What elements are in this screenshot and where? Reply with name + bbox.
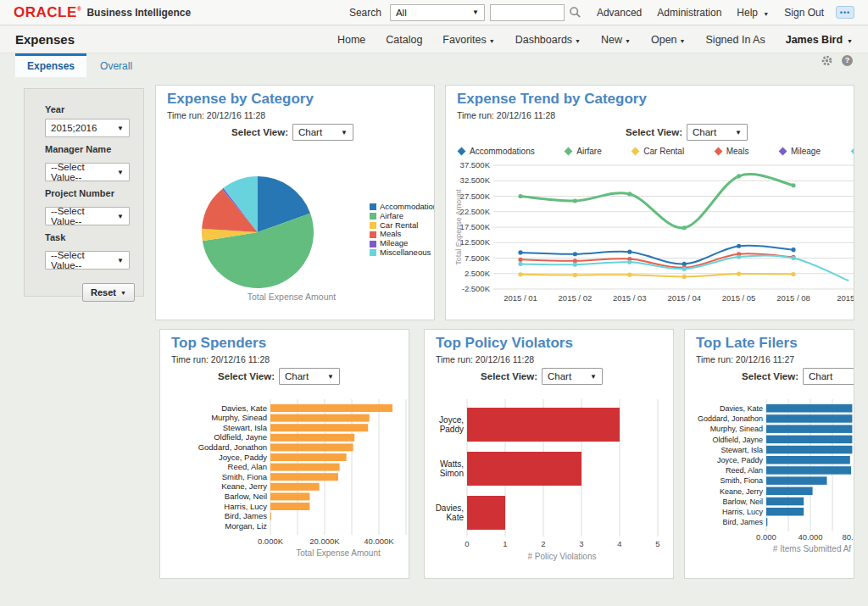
bar-stewart-isla[interactable] [270, 424, 368, 431]
bar-davies-kate[interactable] [467, 496, 505, 530]
x-tick-label: 40.000 [798, 532, 822, 542]
administration-link[interactable]: Administration [657, 7, 721, 19]
data-point-airfare[interactable] [791, 183, 795, 187]
bar-stewart-isla[interactable] [766, 446, 852, 454]
expense-trend-line-chart[interactable]: 37.500K32.500K27.500K22.500K17.500K12.50… [453, 160, 854, 311]
filter-select-task[interactable]: --Select Value--▼ [45, 251, 130, 270]
data-point-car-rental[interactable] [737, 272, 741, 276]
data-point-car-rental[interactable] [791, 272, 795, 276]
data-point-miscellaneous[interactable] [791, 256, 795, 260]
nav-item-catalog[interactable]: Catalog [386, 34, 422, 46]
data-point-car-rental[interactable] [682, 275, 687, 279]
bar-davies-kate[interactable] [270, 404, 392, 412]
bar-murphy-sinead[interactable] [270, 414, 370, 422]
nav-item-new[interactable]: New▼ [601, 34, 631, 46]
tab-overall[interactable]: Overall [88, 53, 144, 77]
search-icon[interactable] [569, 6, 581, 19]
select-view-dropdown[interactable]: Chart ▼ [687, 124, 748, 141]
data-point-miscellaneous[interactable] [627, 260, 632, 264]
x-tick-label: 0.000K [258, 537, 284, 546]
data-point-accommodations[interactable] [518, 250, 522, 254]
data-point-car-rental[interactable] [573, 273, 577, 277]
expense-by-category-pie[interactable] [177, 166, 347, 293]
tab-expenses[interactable]: Expenses [15, 53, 86, 77]
data-point-miscellaneous[interactable] [682, 267, 687, 271]
bar-joyce-paddy[interactable] [270, 453, 347, 461]
panel-title: Top Spenders [171, 335, 266, 352]
legend-swatch [370, 249, 376, 256]
select-view-dropdown[interactable]: Chart ▼ [279, 368, 340, 385]
search-scope-select[interactable]: All ▼ [390, 4, 485, 21]
top-spenders-bar-chart[interactable]: Davies, KateMurphy, SineadStewart, IslaO… [170, 394, 408, 559]
bar-reed-alan[interactable] [766, 466, 851, 475]
bar-goddard-jonathon[interactable] [766, 414, 852, 423]
legend-item-miscellaneous: Miscellaneous [370, 248, 435, 258]
gear-icon[interactable] [821, 54, 833, 67]
bar-keane-jerry[interactable] [270, 483, 320, 491]
bar-bird-james[interactable] [766, 518, 767, 526]
bar-oldfield-jayne[interactable] [766, 436, 852, 444]
bar-murphy-sinead[interactable] [766, 425, 852, 433]
bar-oldfield-jayne[interactable] [270, 434, 354, 442]
data-point-airfare[interactable] [573, 198, 577, 203]
data-point-accommodations[interactable] [573, 252, 577, 256]
nav-item-dashboards[interactable]: Dashboards▼ [515, 34, 581, 46]
bar-davies-kate[interactable] [766, 404, 852, 413]
select-view-dropdown[interactable]: Chart ▼ [542, 368, 603, 385]
category-label: Bird, James [722, 518, 763, 526]
select-view-dropdown[interactable]: Chart ▼ [292, 124, 353, 141]
pie-legend: AccommodationsAirfareCar RentalMealsMile… [370, 203, 435, 258]
bar-harris-lucy[interactable] [270, 503, 309, 510]
bar-barlow-neil[interactable] [766, 498, 804, 506]
line-series-airfare[interactable] [520, 175, 793, 228]
x-tick-label: 0.000 [756, 532, 776, 542]
data-point-airfare[interactable] [682, 225, 687, 230]
overflow-menu-icon[interactable]: ••• [836, 6, 854, 19]
advanced-link[interactable]: Advanced [597, 7, 642, 19]
data-point-accommodations[interactable] [627, 250, 632, 254]
data-point-miscellaneous[interactable] [518, 262, 522, 266]
data-point-miscellaneous[interactable] [737, 254, 741, 259]
legend-marker [458, 147, 466, 156]
bar-joyce-paddy[interactable] [467, 408, 620, 442]
data-point-car-rental[interactable] [627, 273, 632, 277]
data-point-airfare[interactable] [737, 174, 741, 178]
reset-button[interactable]: Reset ▼ [82, 283, 135, 302]
line-series-car-rental[interactable] [520, 274, 793, 276]
nav-item-home[interactable]: Home [337, 34, 365, 46]
filter-select-project-number[interactable]: --Select Value--▼ [45, 207, 130, 225]
filter-panel: Year2015;2016▼Manager Name--Select Value… [24, 88, 144, 297]
top-late-filers-bar-chart[interactable]: Davies, KateGoddard, JonathonMurphy, Sin… [685, 394, 854, 559]
bar-harris-lucy[interactable] [766, 508, 804, 516]
bar-goddard-jonathon[interactable] [270, 443, 353, 451]
data-point-car-rental[interactable] [518, 272, 522, 276]
data-point-accommodations[interactable] [737, 244, 741, 248]
nav-item-open[interactable]: Open▼ [651, 34, 686, 46]
bar-smith-fiona[interactable] [766, 476, 827, 485]
filter-select-year[interactable]: 2015;2016▼ [45, 119, 130, 137]
bar-bird-james[interactable] [270, 513, 271, 520]
nav-item-favorites[interactable]: Favorites▼ [442, 34, 494, 46]
help-menu[interactable]: Help ▼ [737, 7, 769, 19]
data-point-accommodations[interactable] [791, 247, 795, 252]
help-icon[interactable]: ? [842, 55, 853, 66]
bar-keane-jerry[interactable] [766, 487, 813, 496]
filter-select-manager-name[interactable]: --Select Value--▼ [45, 163, 130, 181]
filter-label-task: Task [45, 232, 143, 242]
bar-watts-simon[interactable] [467, 452, 581, 486]
user-menu[interactable]: James Bird ▼ [786, 34, 853, 46]
data-point-airfare[interactable] [627, 192, 632, 196]
chevron-down-icon: ▼ [117, 125, 124, 132]
bar-reed-alan[interactable] [270, 464, 340, 471]
data-point-airfare[interactable] [518, 194, 522, 198]
select-view-dropdown[interactable]: Chart ▼ [803, 368, 854, 385]
legend-item-car-rental: Car Rental [632, 147, 684, 156]
bar-barlow-neil[interactable] [270, 492, 309, 500]
top-policy-violators-bar-chart[interactable]: Joyce,PaddyWatts,SimonDavies,Kate012345#… [435, 394, 668, 564]
bar-joyce-paddy[interactable] [766, 456, 850, 464]
bar-smith-fiona[interactable] [270, 473, 338, 481]
data-point-meals[interactable] [518, 258, 522, 262]
signout-link[interactable]: Sign Out [784, 7, 824, 19]
search-input[interactable] [490, 4, 565, 21]
data-point-miscellaneous[interactable] [573, 263, 577, 267]
